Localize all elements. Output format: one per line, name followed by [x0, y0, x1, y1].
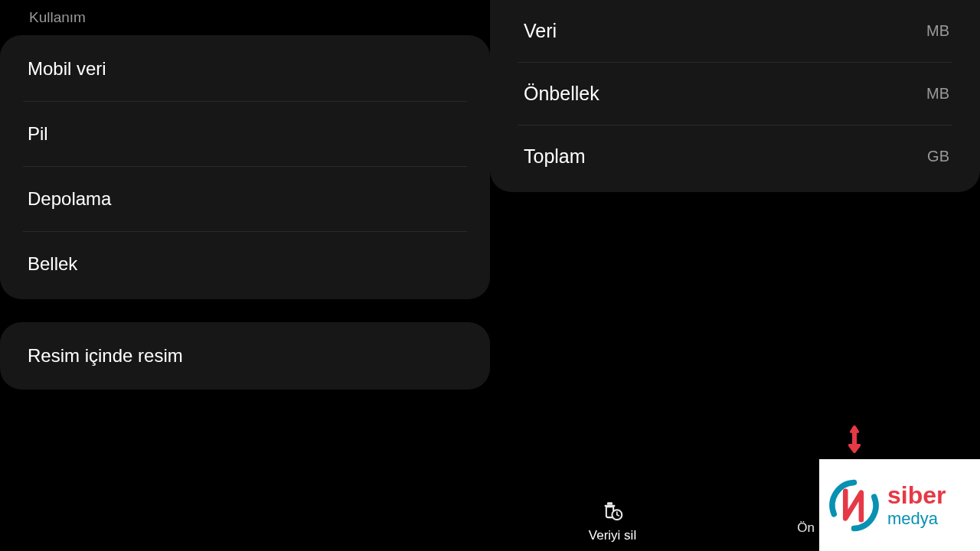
usage-section-header: Kullanım [0, 0, 490, 35]
logo-mark-icon [825, 477, 883, 534]
pip-card: Resim içinde resim [0, 322, 490, 390]
logo-text: siber medya [887, 483, 946, 527]
memory-item[interactable]: Bellek [0, 232, 490, 299]
annotation-arrow-icon [845, 424, 864, 455]
mobile-data-item[interactable]: Mobil veri [0, 35, 490, 101]
cache-unit: MB [926, 85, 949, 103]
trash-clock-icon [602, 502, 623, 520]
cache-label: Önbellek [524, 83, 599, 105]
svg-rect-1 [607, 502, 612, 505]
storage-item[interactable]: Depolama [0, 167, 490, 231]
clear-cache-partial-label: Ön [797, 520, 815, 536]
pip-item[interactable]: Resim içinde resim [0, 322, 490, 390]
total-unit: GB [927, 148, 949, 165]
data-label: Veri [524, 20, 557, 42]
watermark-logo: siber medya [819, 459, 980, 551]
data-row: Veri MB [490, 0, 980, 62]
left-settings-panel: Kullanım Mobil veri Pil Depolama Bellek … [0, 0, 490, 551]
usage-card: Mobil veri Pil Depolama Bellek [0, 35, 490, 299]
total-label: Toplam [524, 145, 586, 168]
total-row: Toplam GB [490, 126, 980, 192]
cache-row: Önbellek MB [490, 63, 980, 125]
storage-detail-card: Veri MB Önbellek MB Toplam GB [490, 0, 980, 192]
data-unit: MB [926, 22, 949, 40]
clear-data-button[interactable]: Veriyi sil [490, 502, 735, 543]
clear-data-label: Veriyi sil [589, 528, 636, 543]
logo-text-line2: medya [887, 510, 946, 527]
battery-item[interactable]: Pil [0, 102, 490, 166]
logo-text-line1: siber [887, 483, 946, 507]
